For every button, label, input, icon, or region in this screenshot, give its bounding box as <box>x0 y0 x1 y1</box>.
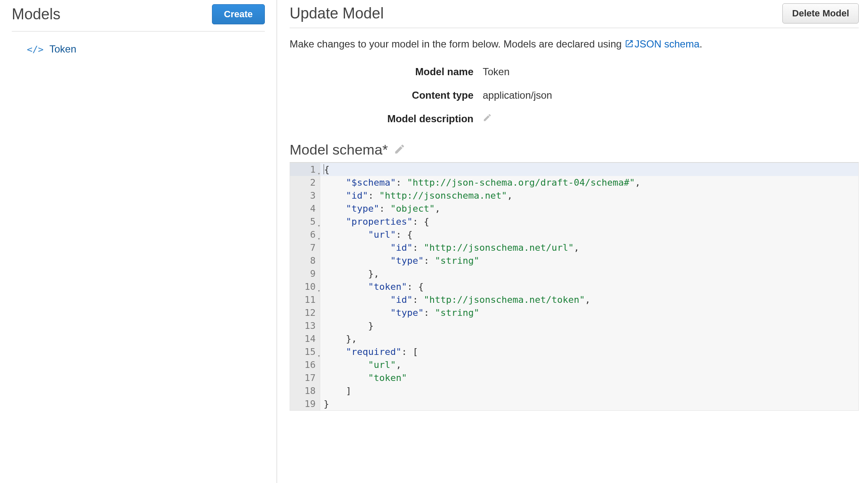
pencil-icon <box>394 143 405 155</box>
code-content[interactable]: "type": "string" <box>320 306 858 319</box>
content-type-label: Content type <box>290 89 483 101</box>
line-number: 2 <box>290 176 320 189</box>
line-number: 1▾ <box>290 163 320 176</box>
edit-schema-button[interactable] <box>394 143 405 157</box>
line-number: 17 <box>290 371 320 384</box>
model-description-label: Model description <box>290 113 483 125</box>
line-number: 3 <box>290 189 320 202</box>
content-type-row: Content type application/json <box>290 84 859 107</box>
pencil-icon <box>483 113 492 122</box>
editor-line[interactable]: 5▾ "properties": { <box>290 215 858 228</box>
editor-line[interactable]: 16 "url", <box>290 358 858 371</box>
editor-line[interactable]: 12 "type": "string" <box>290 306 858 319</box>
editor-line[interactable]: 11 "id": "http://jsonschema.net/token", <box>290 293 858 306</box>
code-content[interactable]: "token": { <box>320 280 858 293</box>
model-name-row: Model name Token <box>290 60 859 84</box>
delete-model-button[interactable]: Delete Model <box>782 3 859 24</box>
model-item-token[interactable]: </> Token <box>12 41 265 58</box>
line-number: 4 <box>290 202 320 215</box>
editor-line[interactable]: 9 }, <box>290 267 858 280</box>
editor-line[interactable]: 6▾ "url": { <box>290 228 858 241</box>
code-content[interactable]: { <box>320 163 858 176</box>
description-text-prefix: Make changes to your model in the form b… <box>290 38 625 50</box>
line-number: 6▾ <box>290 228 320 241</box>
line-number: 15▾ <box>290 345 320 358</box>
code-content[interactable]: "type": "object", <box>320 202 858 215</box>
line-number: 16 <box>290 358 320 371</box>
code-content[interactable]: "id": "http://jsonschema.net/url", <box>320 241 858 254</box>
code-content[interactable]: "url": { <box>320 228 858 241</box>
external-link-icon <box>625 39 634 51</box>
code-content[interactable]: "$schema": "http://json-schema.org/draft… <box>320 176 858 189</box>
description-text-suffix: . <box>699 38 702 50</box>
code-content[interactable]: ] <box>320 384 858 397</box>
code-content[interactable]: } <box>320 319 858 332</box>
editor-line[interactable]: 4 "type": "object", <box>290 202 858 215</box>
line-number: 14 <box>290 332 320 345</box>
page-description: Make changes to your model in the form b… <box>290 28 859 54</box>
line-number: 5▾ <box>290 215 320 228</box>
editor-line[interactable]: 2 "$schema": "http://json-schema.org/dra… <box>290 176 858 189</box>
code-content[interactable]: "type": "string" <box>320 254 858 267</box>
editor-line[interactable]: 18 ] <box>290 384 858 397</box>
code-content[interactable]: }, <box>320 267 858 280</box>
model-item-label: Token <box>50 43 76 55</box>
code-content[interactable]: }, <box>320 332 858 345</box>
schema-editor[interactable]: 1▾{2 "$schema": "http://json-schema.org/… <box>290 163 859 411</box>
line-number: 8 <box>290 254 320 267</box>
main-panel: Update Model Delete Model Make changes t… <box>277 0 868 483</box>
model-name-label: Model name <box>290 66 483 78</box>
page-title: Update Model <box>290 5 384 22</box>
code-content[interactable]: "token" <box>320 371 858 384</box>
editor-line[interactable]: 8 "type": "string" <box>290 254 858 267</box>
create-button[interactable]: Create <box>212 4 265 24</box>
code-icon: </> <box>27 44 44 55</box>
editor-line[interactable]: 17 "token" <box>290 371 858 384</box>
code-content[interactable]: "id": "http://jsonschema.net", <box>320 189 858 202</box>
model-name-value: Token <box>483 66 510 78</box>
content-type-value: application/json <box>483 89 552 101</box>
sidebar-title: Models <box>12 5 60 23</box>
line-number: 19 <box>290 397 320 410</box>
code-content[interactable]: } <box>320 397 858 410</box>
line-number: 18 <box>290 384 320 397</box>
code-content[interactable]: "id": "http://jsonschema.net/token", <box>320 293 858 306</box>
code-content[interactable]: "required": [ <box>320 345 858 358</box>
line-number: 7 <box>290 241 320 254</box>
line-number: 12 <box>290 306 320 319</box>
editor-line[interactable]: 19} <box>290 397 858 410</box>
model-description-row: Model description <box>290 107 859 131</box>
editor-line[interactable]: 15▾ "required": [ <box>290 345 858 358</box>
schema-section-title: Model schema* <box>290 142 388 158</box>
json-schema-link[interactable]: JSON schema <box>625 38 700 50</box>
line-number: 13 <box>290 319 320 332</box>
editor-line[interactable]: 1▾{ <box>290 163 858 176</box>
edit-description-button[interactable] <box>483 113 492 125</box>
editor-line[interactable]: 10▾ "token": { <box>290 280 858 293</box>
editor-line[interactable]: 13 } <box>290 319 858 332</box>
code-content[interactable]: "properties": { <box>320 215 858 228</box>
line-number: 11 <box>290 293 320 306</box>
line-number: 9 <box>290 267 320 280</box>
editor-line[interactable]: 14 }, <box>290 332 858 345</box>
line-number: 10▾ <box>290 280 320 293</box>
editor-line[interactable]: 7 "id": "http://jsonschema.net/url", <box>290 241 858 254</box>
code-content[interactable]: "url", <box>320 358 858 371</box>
models-sidebar: Models Create </> Token <box>0 0 277 483</box>
json-schema-link-text: JSON schema <box>635 38 700 50</box>
model-list: </> Token <box>12 32 265 58</box>
editor-line[interactable]: 3 "id": "http://jsonschema.net", <box>290 189 858 202</box>
